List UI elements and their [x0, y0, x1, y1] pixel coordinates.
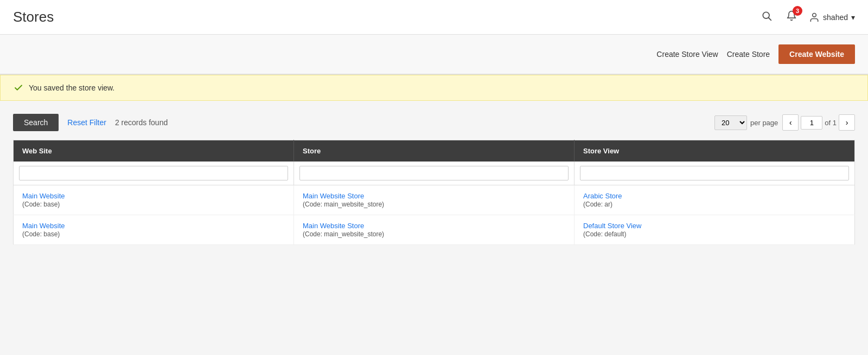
store-code-0: (Code: main_website_store) [303, 201, 384, 208]
chevron-down-icon: ▾ [851, 13, 855, 22]
store-code-1: (Code: main_website_store) [303, 230, 384, 238]
next-page-button[interactable]: › [839, 114, 855, 131]
store-link-0[interactable]: Main Website Store [303, 192, 565, 200]
notification-button[interactable]: 3 [784, 8, 799, 26]
search-toolbar: Search Reset Filter 2 records found 20 5… [13, 114, 855, 131]
create-store-view-button[interactable]: Create Store View [656, 50, 718, 59]
cell-store-view-1: Default Store View (Code: default) [575, 215, 855, 245]
col-header-store-view: Store View [575, 140, 855, 162]
col-header-store: Store [294, 140, 575, 162]
page-nav: ‹ of 1 › [782, 114, 855, 131]
store-filter-input[interactable] [299, 166, 569, 180]
per-page-label: per page [750, 119, 778, 127]
user-name: shahed [823, 13, 848, 22]
header-actions: 3 shahed ▾ [759, 8, 855, 26]
cell-store-0: Main Website Store (Code: main_website_s… [294, 185, 575, 215]
success-message-text: You saved the store view. [29, 83, 114, 92]
create-website-button[interactable]: Create Website [778, 44, 855, 64]
table-body: Main Website (Code: base) Main Website S… [14, 162, 855, 245]
search-button[interactable]: Search [13, 114, 59, 131]
user-avatar-icon [809, 12, 820, 23]
website-code-1: (Code: base) [22, 230, 60, 238]
store-view-filter-input[interactable] [580, 166, 849, 180]
stores-table: Web Site Store Store View Main Website (… [13, 140, 855, 245]
table-row: Main Website (Code: base) Main Website S… [14, 185, 855, 215]
toolbar-bar: Create Store View Create Store Create We… [0, 35, 868, 74]
cell-store-view-0: Arabic Store (Code: ar) [575, 185, 855, 215]
search-icon-button[interactable] [759, 8, 774, 26]
website-link-0[interactable]: Main Website [22, 192, 285, 200]
per-page-dropdown[interactable]: 20 50 100 [714, 115, 747, 130]
website-link-1[interactable]: Main Website [22, 222, 285, 230]
notification-badge: 3 [793, 6, 802, 16]
store-view-link-0[interactable]: Arabic Store [583, 192, 846, 200]
header: Stores 3 shahed ▾ [0, 0, 868, 35]
reset-filter-button[interactable]: Reset Filter [67, 118, 106, 127]
page-title: Stores [13, 9, 54, 25]
records-found-label: 2 records found [115, 118, 168, 127]
pagination-controls: 20 50 100 per page ‹ of 1 › [714, 114, 855, 131]
user-menu-button[interactable]: shahed ▾ [809, 12, 855, 23]
search-icon [761, 10, 772, 21]
col-header-website: Web Site [14, 140, 294, 162]
website-filter-input[interactable] [19, 166, 288, 180]
filter-row [14, 162, 855, 185]
store-view-link-1[interactable]: Default Store View [583, 222, 846, 230]
page-number-input[interactable] [801, 116, 822, 130]
main-content: Search Reset Filter 2 records found 20 5… [0, 101, 868, 245]
website-code-0: (Code: base) [22, 201, 60, 208]
check-icon [14, 83, 23, 93]
svg-line-1 [769, 18, 771, 21]
store-link-1[interactable]: Main Website Store [303, 222, 565, 230]
svg-point-2 [813, 13, 816, 17]
table-header: Web Site Store Store View [14, 140, 855, 162]
cell-store-1: Main Website Store (Code: main_website_s… [294, 215, 575, 245]
table-row: Main Website (Code: base) Main Website S… [14, 215, 855, 245]
per-page-select: 20 50 100 per page [714, 115, 778, 130]
page-of-label: of 1 [825, 119, 837, 127]
create-store-button[interactable]: Create Store [727, 50, 770, 59]
prev-page-button[interactable]: ‹ [782, 114, 799, 131]
store-view-code-0: (Code: ar) [583, 201, 612, 208]
store-view-code-1: (Code: default) [583, 230, 626, 238]
cell-website-0: Main Website (Code: base) [14, 185, 294, 215]
cell-website-1: Main Website (Code: base) [14, 215, 294, 245]
success-banner: You saved the store view. [0, 75, 868, 101]
